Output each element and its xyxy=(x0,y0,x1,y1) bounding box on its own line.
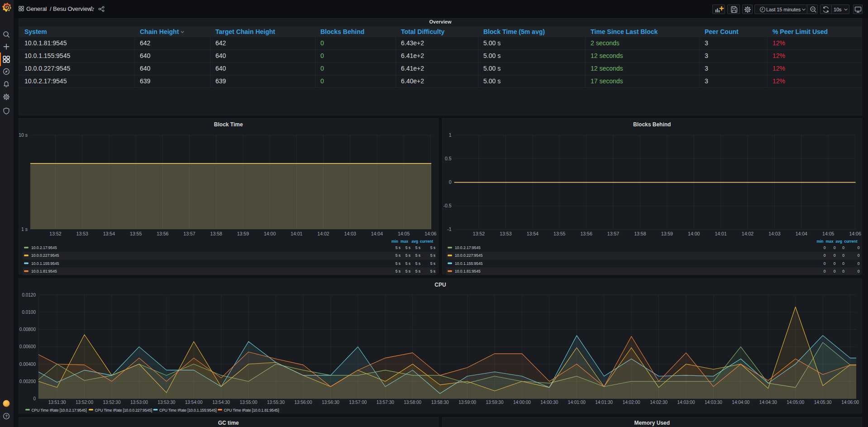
svg-text:5 s: 5 s xyxy=(415,245,420,250)
svg-text:13:59:00: 13:59:00 xyxy=(458,400,476,405)
svg-text:5 s: 5 s xyxy=(405,269,410,273)
svg-text:13:55:00: 13:55:00 xyxy=(240,400,258,405)
svg-text:14:06:00: 14:06:00 xyxy=(841,400,859,405)
svg-text:14:04:00: 14:04:00 xyxy=(732,400,749,405)
svg-text:14:03:30: 14:03:30 xyxy=(705,400,722,405)
svg-text:5 s: 5 s xyxy=(415,261,420,265)
svg-text:13:51:30: 13:51:30 xyxy=(48,400,66,405)
svg-text:14:04:30: 14:04:30 xyxy=(759,400,777,405)
svg-text:0: 0 xyxy=(857,245,859,250)
svg-text:10.0.1.155:9545: 10.0.1.155:9545 xyxy=(455,261,483,265)
svg-text:13:53:30: 13:53:30 xyxy=(157,400,175,405)
svg-text:0: 0 xyxy=(833,245,835,250)
svg-text:avg: avg xyxy=(411,239,418,243)
svg-text:0: 0 xyxy=(833,253,835,258)
svg-text:13:58:30: 13:58:30 xyxy=(431,400,449,405)
svg-text:13:54:30: 13:54:30 xyxy=(212,400,230,405)
svg-text:13:52:30: 13:52:30 xyxy=(103,400,121,405)
svg-text:5 s: 5 s xyxy=(405,253,410,258)
svg-text:13:57:00: 13:57:00 xyxy=(349,400,367,405)
svg-text:5 s: 5 s xyxy=(396,253,401,258)
svg-text:5 s: 5 s xyxy=(396,245,401,250)
svg-text:5 s: 5 s xyxy=(405,245,410,250)
svg-text:0: 0 xyxy=(842,245,844,250)
svg-text:0: 0 xyxy=(823,269,825,273)
svg-text:14:00:00: 14:00:00 xyxy=(513,400,531,405)
svg-text:0: 0 xyxy=(857,253,859,258)
svg-text:CPU Time IRate [10.0.2.17:9545: CPU Time IRate [10.0.2.17:9545] xyxy=(32,408,87,413)
svg-text:13:58:00: 13:58:00 xyxy=(404,400,421,405)
svg-text:max: max xyxy=(401,239,408,243)
svg-text:0: 0 xyxy=(842,269,844,273)
svg-text:0: 0 xyxy=(33,396,36,401)
svg-text:0.0120: 0.0120 xyxy=(22,293,36,297)
svg-text:current: current xyxy=(420,239,433,243)
svg-text:CPU Time IRate [10.0.0.227:954: CPU Time IRate [10.0.0.227:9545] xyxy=(95,408,153,413)
svg-text:min: min xyxy=(816,239,823,243)
svg-text:0: 0 xyxy=(823,253,825,258)
svg-text:10.0.1.155:9545: 10.0.1.155:9545 xyxy=(31,261,59,265)
svg-text:14:00:30: 14:00:30 xyxy=(540,400,558,405)
svg-text:10.0.2.17:9545: 10.0.2.17:9545 xyxy=(455,245,481,250)
svg-text:13:59:30: 13:59:30 xyxy=(486,400,504,405)
svg-text:5 s: 5 s xyxy=(430,245,435,250)
svg-text:14:01:00: 14:01:00 xyxy=(568,400,586,405)
svg-text:13:54:00: 13:54:00 xyxy=(185,400,203,405)
svg-text:?: ? xyxy=(5,414,7,418)
svg-text:10.0.0.227:9545: 10.0.0.227:9545 xyxy=(31,253,59,258)
svg-text:0.00600: 0.00600 xyxy=(19,344,36,349)
svg-text:5 s: 5 s xyxy=(405,261,410,265)
svg-text:10.0.1.81:9545: 10.0.1.81:9545 xyxy=(455,269,481,273)
svg-text:5 s: 5 s xyxy=(396,269,401,273)
svg-text:13:56:30: 13:56:30 xyxy=(322,400,339,405)
svg-text:14:03:00: 14:03:00 xyxy=(677,400,695,405)
svg-text:0.0100: 0.0100 xyxy=(22,310,36,315)
svg-text:13:55:30: 13:55:30 xyxy=(267,400,285,405)
svg-text:13:53:00: 13:53:00 xyxy=(130,400,148,405)
svg-text:10.0.2.17:9545: 10.0.2.17:9545 xyxy=(31,245,57,250)
svg-text:5 s: 5 s xyxy=(430,261,435,265)
svg-text:5 s: 5 s xyxy=(415,269,420,273)
svg-text:10.0.0.227:9545: 10.0.0.227:9545 xyxy=(455,253,483,258)
svg-text:5 s: 5 s xyxy=(396,261,401,265)
svg-text:0: 0 xyxy=(842,253,844,258)
svg-text:13:57:30: 13:57:30 xyxy=(377,400,394,405)
svg-text:CPU Time IRate [10.0.1.81:9545: CPU Time IRate [10.0.1.81:9545] xyxy=(224,408,279,413)
svg-text:14:05:00: 14:05:00 xyxy=(787,400,804,405)
svg-text:14:02:30: 14:02:30 xyxy=(650,400,668,405)
svg-text:0.00800: 0.00800 xyxy=(19,327,36,332)
svg-text:5 s: 5 s xyxy=(430,253,435,258)
svg-text:0.00400: 0.00400 xyxy=(19,362,36,367)
svg-text:current: current xyxy=(844,239,857,243)
svg-text:CPU Time IRate [10.0.1.155:954: CPU Time IRate [10.0.1.155:9545] xyxy=(159,408,217,413)
svg-text:0.00200: 0.00200 xyxy=(19,379,36,384)
svg-text:max: max xyxy=(825,239,833,243)
svg-text:14:05:30: 14:05:30 xyxy=(814,400,832,405)
svg-text:14:02:00: 14:02:00 xyxy=(623,400,640,405)
svg-text:5 s: 5 s xyxy=(415,253,420,258)
svg-text:0: 0 xyxy=(857,261,859,265)
svg-text:min: min xyxy=(391,239,398,243)
svg-text:avg: avg xyxy=(835,239,842,243)
svg-text:13:52:00: 13:52:00 xyxy=(76,400,93,405)
svg-text:0: 0 xyxy=(857,269,859,273)
svg-text:0: 0 xyxy=(842,261,844,265)
svg-text:0: 0 xyxy=(823,261,825,265)
svg-text:14:01:30: 14:01:30 xyxy=(595,400,613,405)
svg-text:0: 0 xyxy=(823,245,825,250)
svg-text:5 s: 5 s xyxy=(430,269,435,273)
svg-text:0: 0 xyxy=(833,261,835,265)
svg-text:13:56:00: 13:56:00 xyxy=(295,400,312,405)
svg-text:0: 0 xyxy=(833,269,835,273)
svg-text:10.0.1.81:9545: 10.0.1.81:9545 xyxy=(31,269,57,273)
